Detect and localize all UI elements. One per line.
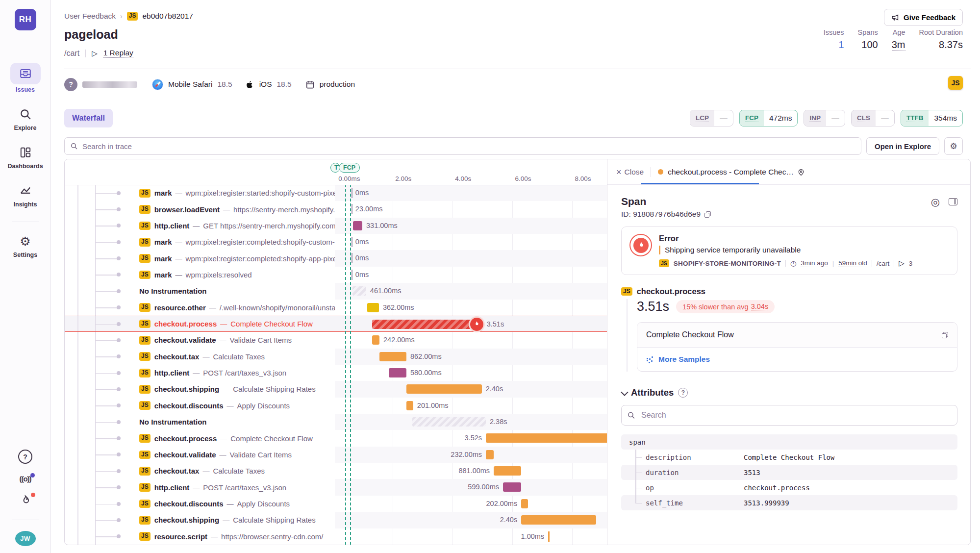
span-bar[interactable] [406, 401, 413, 410]
tree-node[interactable] [117, 322, 121, 326]
trace-settings-button[interactable]: ⚙ [944, 137, 963, 155]
org-avatar[interactable]: RH [15, 9, 36, 30]
close-panel-button[interactable]: × Close [616, 168, 644, 176]
tree-node[interactable] [117, 191, 121, 195]
sidebar-item-insights[interactable]: Insights [10, 182, 41, 208]
trace-row[interactable]: JScheckout.validate—Validate Cart Items2… [65, 332, 607, 348]
attribute-group[interactable]: span [621, 434, 957, 450]
metric-inp[interactable]: INP— [804, 110, 845, 126]
span-bar[interactable] [548, 531, 550, 542]
trace-row[interactable]: JSmark—wpm:pixel:register:started:shopif… [65, 185, 607, 201]
tree-node[interactable] [117, 240, 121, 244]
attributes-header[interactable]: Attributes ? [621, 387, 957, 398]
stat-value[interactable]: 1 [838, 39, 844, 50]
breadcrumb-section[interactable]: User Feedback [64, 12, 116, 21]
attribute-row[interactable]: duration3513 [621, 465, 957, 480]
span-bar[interactable] [352, 253, 353, 263]
span-bar[interactable] [521, 515, 596, 525]
vital-pill-fcp[interactable]: FCP [339, 163, 360, 173]
onboarding-button[interactable] [19, 494, 32, 509]
tree-node[interactable] [117, 403, 121, 407]
trace-row[interactable]: JScheckout.discounts—Apply Discounts201.… [65, 398, 607, 414]
open-in-explore-button[interactable]: Open in Explore [866, 137, 939, 155]
trace-row[interactable]: JScheckout.process—Complete Checkout Flo… [65, 430, 607, 446]
trace-row[interactable]: JSresource.script—https://browser.sentry… [65, 528, 607, 545]
tree-node[interactable] [117, 420, 121, 424]
help-icon[interactable]: ? [678, 388, 688, 398]
stat-value[interactable]: 3m [892, 39, 905, 51]
tab-waterfall[interactable]: Waterfall [64, 109, 113, 127]
span-bar[interactable] [352, 204, 353, 214]
give-feedback-button[interactable]: Give Feedback [884, 9, 963, 26]
sidebar-item-issues[interactable]: Issues [10, 63, 41, 93]
replay-link[interactable]: 1 Replay [103, 49, 133, 58]
trace-row[interactable]: JScheckout.shipping—Calculate Shipping R… [65, 512, 607, 528]
tree-node[interactable] [117, 485, 121, 489]
trace-row[interactable]: JSmark—wpm:pixel:register:completed:shop… [65, 250, 607, 266]
pin-icon[interactable] [797, 168, 805, 176]
tree-node[interactable] [117, 273, 121, 276]
avg-duration[interactable]: 3.04s [751, 302, 768, 311]
trace-row[interactable]: JSbrowser.loadEvent—https://sentry-merch… [65, 201, 607, 217]
tree-node[interactable] [117, 289, 121, 293]
span-bar[interactable] [389, 368, 406, 377]
tree-node[interactable] [117, 371, 121, 375]
attribute-row[interactable]: descriptionComplete Checkout Flow [621, 450, 957, 465]
user-avatar[interactable]: JW [15, 531, 36, 546]
trace-row[interactable]: No Instrumentation2.38s [65, 414, 607, 430]
error-card[interactable]: Error Shipping service temporarily unava… [621, 226, 957, 275]
trace-row[interactable]: No Instrumentation461.00ms [65, 283, 607, 299]
error-message[interactable]: Shipping service temporarily unavailable [659, 246, 912, 254]
tree-node[interactable] [117, 338, 121, 342]
replay-count[interactable]: 3 [909, 260, 913, 267]
trace-row[interactable]: JSresource.other—/.well-known/shopify/mo… [65, 300, 607, 316]
trace-row[interactable]: JShttp.client—POST /cart/taxes_v3.json58… [65, 365, 607, 381]
trace-row[interactable]: JSmark—wpm:pixels:resolved0ms [65, 267, 607, 283]
span-bar[interactable] [372, 335, 379, 345]
span-bar[interactable] [352, 188, 353, 198]
trace-row[interactable]: JScheckout.shipping—Calculate Shipping R… [65, 381, 607, 397]
tree-node[interactable] [117, 452, 121, 456]
span-bar[interactable] [521, 499, 528, 508]
tree-node[interactable] [117, 518, 121, 522]
panel-layout-icon[interactable] [949, 198, 957, 205]
trace-row[interactable]: JShttp.client—GET https://sentry-merch.m… [65, 218, 607, 234]
trace-row[interactable]: JScheckout.validate—Validate Cart Items2… [65, 447, 607, 463]
release-age[interactable]: 59min old [838, 259, 867, 267]
metric-fcp[interactable]: FCP472ms [739, 110, 798, 126]
tree-node[interactable] [117, 224, 121, 227]
span-bar[interactable] [372, 320, 477, 329]
span-tab[interactable]: checkout.process - Complete Chec… [658, 168, 805, 176]
span-bar[interactable] [494, 466, 521, 476]
sidebar-item-explore[interactable]: Explore [10, 106, 41, 131]
tree-node[interactable] [117, 436, 121, 440]
tree-node[interactable] [117, 387, 121, 391]
search-in-trace-input[interactable] [64, 137, 861, 155]
tree-node[interactable] [117, 354, 121, 358]
span-bar[interactable] [486, 450, 494, 459]
error-age[interactable]: 3min ago [801, 259, 828, 267]
span-bar[interactable] [412, 417, 486, 427]
whats-new-button[interactable]: ((o)) [19, 475, 31, 483]
metric-cls[interactable]: CLS— [851, 110, 895, 126]
trace-row[interactable]: JSmark—wpm:pixel:register:completed:shop… [65, 234, 607, 250]
tree-node[interactable] [117, 207, 121, 211]
attribute-row[interactable]: self_time3513.999939 [621, 495, 957, 510]
trace-row[interactable]: JScheckout.process—Complete Checkout Flo… [65, 316, 607, 332]
span-bar[interactable] [379, 352, 406, 361]
tree-node[interactable] [117, 469, 121, 473]
tree-node[interactable] [117, 256, 121, 260]
span-bar[interactable] [503, 482, 521, 492]
span-bar[interactable] [352, 237, 353, 247]
trace-row[interactable]: JShttp.client—POST /cart/taxes_v3.json59… [65, 479, 607, 495]
attribute-row[interactable]: opcheckout.process [621, 480, 957, 495]
attributes-search-input[interactable] [621, 405, 957, 426]
trace-row[interactable]: JScheckout.discounts—Apply Discounts202.… [65, 496, 607, 512]
trace-row[interactable]: JScheckout.tax—Calculate Taxes862.00ms [65, 349, 607, 365]
help-icon[interactable]: ? [18, 450, 32, 464]
sidebar-item-settings[interactable]: ⚙Settings [10, 233, 41, 258]
focus-span-icon[interactable]: ◎ [931, 197, 940, 207]
span-bar[interactable] [367, 303, 379, 312]
tree-node[interactable] [117, 502, 121, 506]
span-bar[interactable] [486, 433, 607, 443]
